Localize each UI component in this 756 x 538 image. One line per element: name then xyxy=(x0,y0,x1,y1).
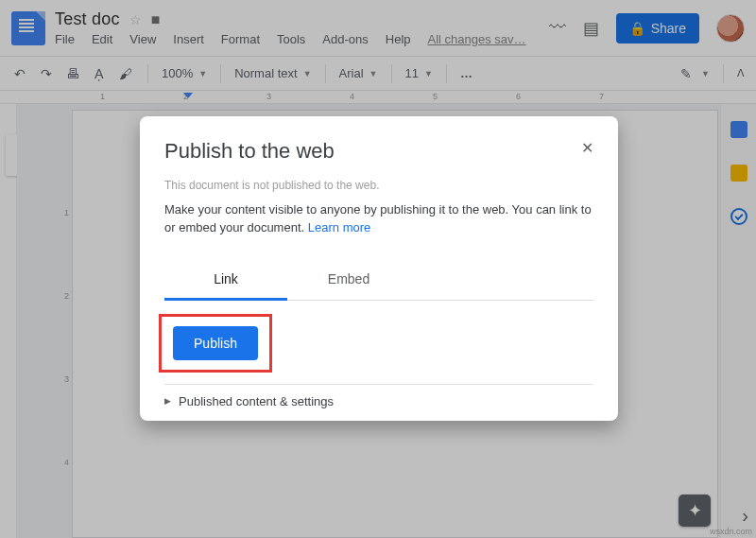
tab-link[interactable]: Link xyxy=(164,262,287,301)
dialog-subtitle: This document is not published to the we… xyxy=(164,179,593,192)
publish-button[interactable]: Publish xyxy=(173,326,258,360)
tab-embed[interactable]: Embed xyxy=(287,262,410,300)
close-icon[interactable]: ✕ xyxy=(581,139,593,157)
published-settings-label: Published content & settings xyxy=(179,394,334,408)
chevron-right-icon: ▶ xyxy=(164,396,171,406)
learn-more-link[interactable]: Learn more xyxy=(308,220,370,234)
published-settings-toggle[interactable]: ▶ Published content & settings xyxy=(164,394,593,408)
dialog-title: Publish to the web xyxy=(164,139,335,164)
divider xyxy=(164,384,593,385)
publish-dialog: Publish to the web ✕ This document is no… xyxy=(140,116,618,421)
dialog-body: Make your content visible to anyone by p… xyxy=(164,201,593,237)
dialog-body-text: Make your content visible to anyone by p… xyxy=(164,202,592,234)
publish-highlight: Publish xyxy=(159,314,272,373)
dialog-tabs: Link Embed xyxy=(164,262,593,301)
